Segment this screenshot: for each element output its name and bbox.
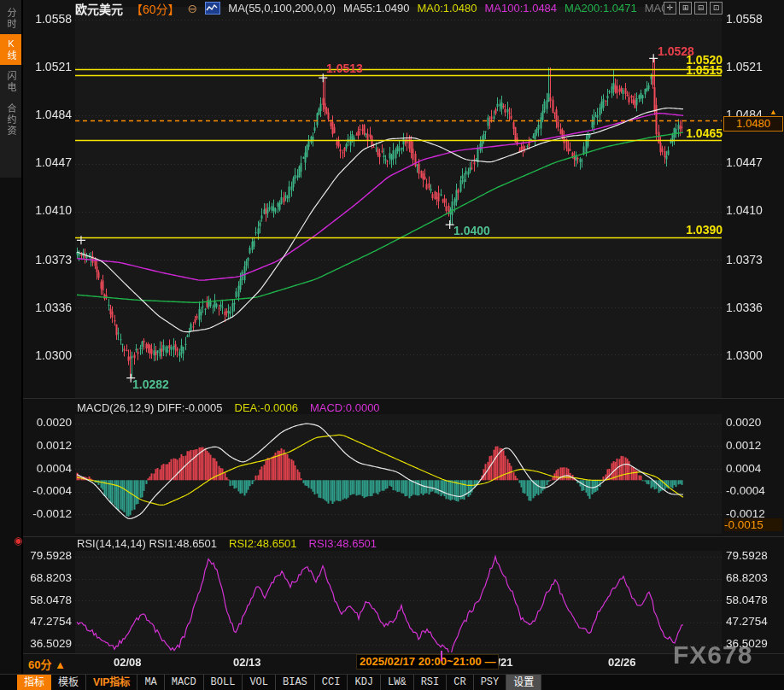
y-axis-label: 1.0521: [20, 60, 72, 73]
toolbar-boll-button[interactable]: BOLL: [204, 675, 243, 690]
toolbar-vol-button[interactable]: VOL: [243, 675, 276, 690]
toolbar-lw-button[interactable]: LW&: [381, 675, 414, 690]
macd-last-value-box: -0.0015: [724, 518, 782, 531]
macd-diff-readout: MACD(26,12,9) DIFF:-0.0005: [77, 401, 223, 414]
sidebar-item-contract-info[interactable]: 合约资料: [0, 99, 21, 140]
chart-type-icon[interactable]: [205, 2, 220, 15]
price-up-arrow-icon: ▲: [769, 108, 777, 116]
macd-header: MACD(26,12,9) DIFF:-0.0005 DEA:-0.0006 M…: [77, 401, 380, 414]
pan-tool-icon[interactable]: ✛: [664, 2, 676, 15]
toolbar-template-button[interactable]: 模板: [51, 675, 86, 690]
toolbar-macd-button[interactable]: MACD: [165, 675, 204, 690]
toolbar-kdj-button[interactable]: KDJ: [348, 675, 381, 690]
sidebar-item-lightning-chart[interactable]: 闪电图: [0, 67, 21, 97]
toolbar-settings-button[interactable]: 设置: [506, 675, 541, 690]
macd-axis-label: 0.0012: [20, 439, 72, 452]
macd-axis-label: 0.0004: [20, 462, 72, 475]
chart-canvas[interactable]: [0, 0, 784, 690]
toolbar-rsi-button[interactable]: RSI: [414, 675, 448, 690]
macd-axis-label: -0.0004: [726, 484, 765, 497]
macd-readout: MACD:0.0000: [310, 401, 380, 414]
y-axis-label: 1.0373: [726, 253, 763, 266]
level-label: 1.0515: [652, 63, 723, 77]
y-axis-label: 1.0410: [20, 203, 72, 217]
period-label: 【60分】: [131, 0, 180, 17]
toolbar-indicator-button[interactable]: 指标: [17, 675, 51, 690]
fit-screen-icon[interactable]: ⊡: [710, 2, 723, 15]
macd-axis-label: 0.0020: [726, 416, 761, 429]
y-axis-label: 1.0336: [20, 301, 72, 314]
y-axis-label: 1.0336: [726, 301, 763, 314]
swing-low-annotation: 1.0400: [453, 224, 490, 237]
y-axis-label: 1.0447: [726, 155, 763, 169]
y-axis-label: 1.0558: [20, 12, 72, 26]
sidebar-item-kline-chart[interactable]: K线图: [0, 34, 21, 65]
ma100-value: MA100:1.0484: [485, 2, 558, 15]
y-axis-label: 1.0484: [20, 108, 72, 121]
sidebar-item-time-chart[interactable]: 分时图: [0, 3, 21, 34]
rsi-axis-label: 68.8203: [726, 571, 768, 584]
level-label: 1.0390: [652, 223, 723, 237]
rsi-axis-label: 47.2754: [726, 615, 768, 628]
low-price-annotation: 1.0282: [132, 377, 169, 391]
header-toolbar: ✛ ⊞ ⊟ ⊡: [664, 2, 723, 15]
rsi2-readout: RSI2:48.6501: [229, 537, 297, 550]
macd-dea-readout: DEA:-0.0006: [235, 401, 298, 414]
symbol-title: 欧元美元: [75, 0, 123, 17]
macd-axis-label: 0.0020: [20, 416, 72, 429]
macd-axis-label: 0.0012: [726, 439, 761, 452]
trading-app: 分时图 K线图 闪电图 合约资料 ◉ 欧元美元 【60分】 ⊖ MA(55,0,…: [0, 0, 784, 690]
y-axis-label: 1.0521: [726, 60, 763, 73]
level-label: 1.0465: [652, 126, 723, 140]
ma-settings-label: MA(55,0,100,200,0,0): [228, 2, 336, 15]
current-price-box: 1.0480: [723, 116, 783, 132]
y-axis-label: 1.0447: [20, 155, 72, 169]
x-axis-date: 02/08: [114, 656, 142, 669]
toolbar-cci-button[interactable]: CCI: [315, 675, 348, 690]
y-axis-label: 1.0300: [20, 348, 72, 362]
toolbar-cr-button[interactable]: CR: [447, 675, 473, 690]
toolbar-psy-button[interactable]: PSY: [474, 675, 507, 690]
rsi-axis-label: 58.0478: [20, 594, 72, 606]
indicator-toolbar: 指标 模板 VIP指标 MA MACD BOLL VOL BIAS CCI KD…: [17, 675, 541, 690]
toolbar-vip-indicator-button[interactable]: VIP指标: [86, 675, 137, 690]
rsi-axis-label: 36.5029: [726, 637, 768, 650]
x-axis-date: 02/13: [233, 656, 261, 669]
zoom-x-icon[interactable]: ⊞: [679, 2, 692, 15]
rsi-header: RSI(14,14,14) RSI1:48.6501 RSI2:48.6501 …: [77, 537, 377, 550]
collapse-icon[interactable]: ⊖: [188, 2, 198, 15]
macd-axis-label: -0.0012: [20, 507, 72, 520]
rsi1-readout: RSI(14,14,14) RSI1:48.6501: [77, 537, 217, 550]
rsi-axis-label: 68.8203: [20, 571, 72, 584]
y-axis-label: 1.0300: [726, 348, 763, 362]
crosshair-time-box: 2025/02/17 20:00~21:00 —: [356, 654, 499, 670]
zoom-y-icon[interactable]: ⊟: [694, 2, 707, 15]
rsi-axis-label: 79.5928: [726, 549, 768, 562]
chart-header: 欧元美元 【60分】 ⊖ MA(55,0,100,200,0,0) MA55:1…: [75, 1, 667, 15]
rsi-axis-label: 58.0478: [726, 594, 768, 606]
ma0-value: MA0:1.0480: [417, 2, 477, 15]
macd-axis-label: -0.0004: [20, 484, 72, 497]
toolbar-bias-button[interactable]: BIAS: [276, 675, 315, 690]
rsi3-readout: RSI3:48.6501: [309, 537, 377, 550]
y-axis-label: 1.0410: [726, 203, 763, 217]
toolbar-ma-button[interactable]: MA: [137, 675, 164, 690]
rsi-axis-label: 79.5928: [20, 549, 72, 562]
y-axis-label: 1.0558: [726, 12, 763, 26]
crosshair-rsi-tick: [441, 651, 442, 661]
macd-axis-label: 0.0004: [726, 462, 761, 475]
swing-high-annotation: 1.0513: [326, 61, 363, 75]
rsi-axis-label: 47.2754: [20, 615, 72, 628]
ma200-value: MA200:1.0471: [565, 2, 637, 15]
target-icon[interactable]: ◉: [14, 535, 22, 547]
ma55-value: MA55:1.0490: [343, 2, 409, 15]
rsi-axis-label: 36.5029: [20, 637, 72, 650]
x-axis-date: 02/26: [608, 656, 636, 669]
y-axis-label: 1.0373: [20, 253, 72, 266]
